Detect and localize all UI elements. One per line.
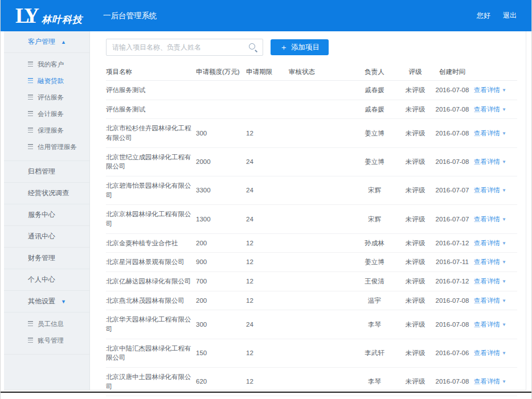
greeting-link[interactable]: 您好	[477, 11, 490, 20]
table-row: 北京京林园林绿化工程有限公司130024宋辉未评级2016-07-07查看详情▼	[106, 205, 517, 233]
view-details-link[interactable]: 查看详情▼	[474, 240, 506, 246]
rating-cell: 未评级	[400, 253, 433, 272]
sidebar-item-label: 客户管理	[28, 37, 55, 47]
amount-cell: 300	[196, 119, 246, 147]
created-date-cell: 2016-07-08	[433, 291, 474, 310]
app-header: LY 林叶科技 一后台管理系统 您好 退出	[1, 0, 531, 31]
sidebar-subitem[interactable]: 融资贷款	[4, 73, 89, 89]
table-row: 北京碧海怡景园林绿化有限公司330024宋辉未评级2016-07-07查看详情▼	[106, 176, 517, 205]
coins-icon	[28, 321, 33, 327]
view-details-link[interactable]: 查看详情▼	[474, 278, 506, 285]
rating-cell: 未评级	[400, 291, 433, 310]
sidebar-subitem[interactable]: 评估服务	[4, 89, 89, 106]
created-date-cell: 2016-07-12	[433, 233, 474, 253]
coins-icon	[28, 61, 33, 68]
rating-cell: 未评级	[400, 272, 433, 291]
view-details-link[interactable]: 查看详情▼	[474, 130, 506, 137]
sidebar-subitem[interactable]: 会计服务	[4, 106, 89, 122]
sidebar-subitem-label: 员工信息	[38, 320, 64, 328]
logout-link[interactable]: 退出	[503, 11, 517, 20]
sidebar-subitem[interactable]: 我的客户	[4, 56, 89, 73]
created-date-cell: 2016-07-11	[433, 253, 474, 272]
view-details-link[interactable]: 查看详情▼	[474, 106, 506, 113]
amount-cell: 200	[196, 291, 246, 310]
brand-logo: LY 林叶科技	[15, 5, 83, 26]
app-window: LY 林叶科技 一后台管理系统 您好 退出 客户管理▲我的客户融资贷款评估服务会…	[0, 0, 532, 399]
sidebar-subitem[interactable]: 保理服务	[4, 122, 89, 139]
view-details-link[interactable]: 查看详情▼	[474, 349, 506, 356]
term-cell: 12	[246, 396, 289, 399]
sidebar-item[interactable]: 通讯中心	[4, 226, 89, 248]
term-cell	[246, 100, 289, 119]
action-cell: 查看详情▼	[474, 253, 517, 272]
term-cell: 12	[246, 339, 289, 367]
main-content: ＋ 添加项目 项目名称申请额度(万元)申请期限审核状态负责人评级创建时间 评估服…	[90, 31, 526, 390]
table-row: 北京东方绿鑫园林绿化有限公司60012孙成林未评级2016-07-12查看详情▼	[106, 396, 517, 399]
chevron-down-icon: ▼	[502, 241, 506, 246]
view-details-link[interactable]: 查看详情▼	[474, 297, 506, 304]
sidebar-subgroup: 我的客户融资贷款评估服务会计服务保理服务信用管理服务	[4, 53, 89, 161]
view-details-link[interactable]: 查看详情▼	[474, 321, 506, 328]
search-input[interactable]	[106, 39, 263, 56]
view-details-link[interactable]: 查看详情▼	[474, 216, 506, 223]
sidebar-item[interactable]: 其他设置▼	[4, 291, 89, 312]
sidebar-item-label: 财务管理	[28, 253, 55, 263]
column-header: 审核状态	[289, 63, 351, 81]
coins-icon	[28, 338, 33, 344]
owner-cell: 宋辉	[351, 205, 400, 233]
sidebar-item[interactable]: 客户管理▲	[4, 31, 89, 53]
view-details-link[interactable]: 查看详情▼	[474, 378, 506, 385]
projects-table: 项目名称申请额度(万元)申请期限审核状态负责人评级创建时间 评估服务测试戚春媛未…	[106, 63, 517, 399]
add-project-button[interactable]: ＋ 添加项目	[271, 39, 329, 55]
term-cell: 24	[246, 176, 289, 205]
sidebar-subitem-label: 融资贷款	[38, 77, 64, 85]
action-cell: 查看详情▼	[474, 396, 517, 399]
action-cell: 查看详情▼	[474, 81, 517, 100]
view-details-link[interactable]: 查看详情▼	[474, 87, 506, 93]
project-name-cell: 北京金粟种植专业合作社	[106, 233, 196, 253]
coins-icon	[28, 111, 33, 117]
sidebar-item-label: 通讯中心	[28, 232, 55, 241]
chevron-down-icon: ▼	[502, 279, 506, 284]
sidebar-item[interactable]: 归档管理	[4, 161, 89, 183]
chevron-down-icon: ▼	[502, 188, 506, 193]
chevron-down-icon: ▼	[502, 159, 506, 164]
owner-cell: 温宇	[351, 291, 400, 310]
sidebar-item[interactable]: 服务中心	[4, 204, 89, 226]
window-frame-bottom	[1, 392, 531, 393]
view-details-link[interactable]: 查看详情▼	[474, 158, 506, 165]
sidebar-item-label: 服务中心	[28, 210, 55, 220]
status-cell	[289, 233, 351, 253]
chevron-up-icon: ▲	[61, 39, 66, 45]
column-header	[474, 63, 517, 81]
sidebar-item[interactable]: 财务管理	[4, 248, 89, 269]
table-row: 北京世纪立成园林绿化工程有限公司200024姜立博未评级2016-07-08查看…	[106, 147, 517, 176]
sidebar-subitem[interactable]: 信用管理服务	[4, 139, 89, 155]
table-row: 北京市松杉佳卉园林绿化工程有限公司30012姜立博未评级2016-07-08查看…	[106, 119, 517, 147]
coins-icon	[28, 127, 33, 134]
sidebar-item[interactable]: 个人中心	[4, 269, 89, 291]
created-date-cell: 2016-07-07	[433, 205, 474, 233]
project-name-cell: 北京亿赫达园林绿化有限公司	[106, 272, 196, 291]
sidebar: 客户管理▲我的客户融资贷款评估服务会计服务保理服务信用管理服务归档管理经营状况调…	[4, 31, 90, 390]
term-cell: 12	[246, 272, 289, 291]
sidebar-item-label: 归档管理	[28, 167, 55, 176]
created-date-cell: 2016-07-08	[433, 310, 474, 339]
action-cell: 查看详情▼	[474, 339, 517, 367]
view-details-link[interactable]: 查看详情▼	[474, 187, 506, 194]
project-name-cell: 评估服务测试	[106, 100, 196, 119]
view-details-link[interactable]: 查看详情▼	[474, 258, 506, 265]
term-cell: 12	[246, 119, 289, 147]
action-cell: 查看详情▼	[474, 272, 517, 291]
sidebar-subitem[interactable]: 账号管理	[4, 332, 89, 349]
rating-cell: 未评级	[400, 81, 433, 100]
table-row: 北京燕北林茂园林有限公司20012温宇未评级2016-07-08查看详情▼	[106, 291, 517, 310]
amount-cell	[196, 81, 246, 100]
action-cell: 查看详情▼	[474, 147, 517, 176]
amount-cell	[196, 100, 246, 119]
sidebar-subitem[interactable]: 员工信息	[4, 316, 89, 332]
status-cell	[289, 205, 351, 233]
sidebar-item[interactable]: 经营状况调查	[4, 183, 89, 204]
search-icon[interactable]	[248, 43, 258, 52]
term-cell: 12	[246, 291, 289, 310]
